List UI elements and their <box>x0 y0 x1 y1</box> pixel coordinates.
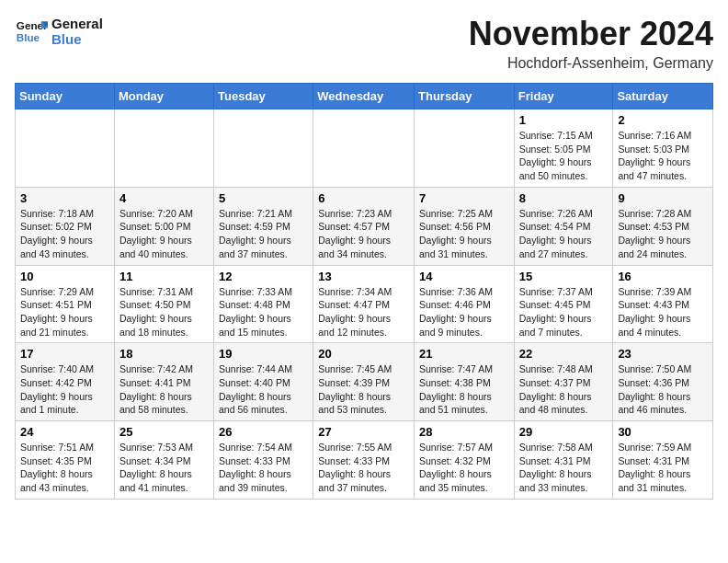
calendar-cell: 24Sunrise: 7:51 AM Sunset: 4:35 PM Dayli… <box>16 421 115 500</box>
day-info: Sunrise: 7:55 AM Sunset: 4:33 PM Dayligh… <box>318 441 409 495</box>
day-number: 11 <box>119 270 209 283</box>
calendar-cell: 20Sunrise: 7:45 AM Sunset: 4:39 PM Dayli… <box>313 343 415 421</box>
svg-text:Blue: Blue <box>17 31 40 43</box>
weekday-header-saturday: Saturday <box>613 84 713 109</box>
day-number: 14 <box>419 270 509 283</box>
calendar-cell: 27Sunrise: 7:55 AM Sunset: 4:33 PM Dayli… <box>313 421 415 500</box>
day-number: 3 <box>20 191 109 205</box>
calendar-cell: 7Sunrise: 7:25 AM Sunset: 4:56 PM Daylig… <box>415 187 515 265</box>
calendar-cell: 30Sunrise: 7:59 AM Sunset: 4:31 PM Dayli… <box>613 421 713 500</box>
calendar-table: SundayMondayTuesdayWednesdayThursdayFrid… <box>15 83 713 500</box>
title-area: November 2024 Hochdorf-Assenheim, German… <box>469 15 713 72</box>
day-number: 10 <box>20 270 109 283</box>
calendar-cell: 13Sunrise: 7:34 AM Sunset: 4:47 PM Dayli… <box>313 265 415 343</box>
calendar-cell: 11Sunrise: 7:31 AM Sunset: 4:50 PM Dayli… <box>114 265 213 343</box>
day-number: 28 <box>419 425 509 439</box>
weekday-header-monday: Monday <box>114 84 213 109</box>
week-row-4: 17Sunrise: 7:40 AM Sunset: 4:42 PM Dayli… <box>16 343 713 421</box>
week-row-2: 3Sunrise: 7:18 AM Sunset: 5:02 PM Daylig… <box>16 187 713 265</box>
day-info: Sunrise: 7:18 AM Sunset: 5:02 PM Dayligh… <box>20 207 109 261</box>
weekday-header-tuesday: Tuesday <box>214 84 313 109</box>
day-number: 30 <box>618 425 708 439</box>
day-number: 26 <box>219 425 308 439</box>
calendar-cell: 10Sunrise: 7:29 AM Sunset: 4:51 PM Dayli… <box>16 265 115 343</box>
day-number: 12 <box>219 270 308 283</box>
day-number: 23 <box>618 347 708 361</box>
month-title: November 2024 <box>469 15 713 53</box>
day-info: Sunrise: 7:53 AM Sunset: 4:34 PM Dayligh… <box>119 441 209 495</box>
logo-blue: Blue <box>51 31 103 47</box>
week-row-1: 1Sunrise: 7:15 AM Sunset: 5:05 PM Daylig… <box>16 109 713 188</box>
day-number: 7 <box>419 191 509 205</box>
day-number: 1 <box>519 113 609 127</box>
day-number: 13 <box>318 270 409 283</box>
weekday-header-friday: Friday <box>514 84 613 109</box>
day-info: Sunrise: 7:34 AM Sunset: 4:47 PM Dayligh… <box>318 285 409 339</box>
calendar-cell: 2Sunrise: 7:16 AM Sunset: 5:03 PM Daylig… <box>613 109 713 188</box>
calendar-cell <box>114 109 213 188</box>
page-header: General Blue General Blue November 2024 … <box>15 15 713 72</box>
calendar-cell: 17Sunrise: 7:40 AM Sunset: 4:42 PM Dayli… <box>16 343 115 421</box>
day-info: Sunrise: 7:58 AM Sunset: 4:31 PM Dayligh… <box>519 441 609 495</box>
weekday-header-sunday: Sunday <box>16 84 115 109</box>
day-info: Sunrise: 7:54 AM Sunset: 4:33 PM Dayligh… <box>219 441 308 495</box>
calendar-cell: 4Sunrise: 7:20 AM Sunset: 5:00 PM Daylig… <box>114 187 213 265</box>
location-title: Hochdorf-Assenheim, Germany <box>469 55 713 72</box>
day-number: 17 <box>20 347 109 361</box>
calendar-cell: 28Sunrise: 7:57 AM Sunset: 4:32 PM Dayli… <box>415 421 515 500</box>
calendar-cell <box>313 109 415 188</box>
weekday-header-thursday: Thursday <box>415 84 515 109</box>
day-info: Sunrise: 7:45 AM Sunset: 4:39 PM Dayligh… <box>318 362 409 417</box>
day-info: Sunrise: 7:40 AM Sunset: 4:42 PM Dayligh… <box>20 362 109 417</box>
day-number: 24 <box>20 425 109 439</box>
calendar-cell: 16Sunrise: 7:39 AM Sunset: 4:43 PM Dayli… <box>613 265 713 343</box>
day-info: Sunrise: 7:20 AM Sunset: 5:00 PM Dayligh… <box>119 207 209 261</box>
day-number: 21 <box>419 347 509 361</box>
calendar-cell: 12Sunrise: 7:33 AM Sunset: 4:48 PM Dayli… <box>214 265 313 343</box>
day-info: Sunrise: 7:57 AM Sunset: 4:32 PM Dayligh… <box>419 441 509 495</box>
calendar-cell: 19Sunrise: 7:44 AM Sunset: 4:40 PM Dayli… <box>214 343 313 421</box>
day-info: Sunrise: 7:47 AM Sunset: 4:38 PM Dayligh… <box>419 362 509 417</box>
calendar-cell: 22Sunrise: 7:48 AM Sunset: 4:37 PM Dayli… <box>514 343 613 421</box>
calendar-cell: 15Sunrise: 7:37 AM Sunset: 4:45 PM Dayli… <box>514 265 613 343</box>
day-number: 2 <box>618 113 708 127</box>
day-info: Sunrise: 7:51 AM Sunset: 4:35 PM Dayligh… <box>20 441 109 495</box>
day-info: Sunrise: 7:21 AM Sunset: 4:59 PM Dayligh… <box>219 207 308 261</box>
day-number: 25 <box>119 425 209 439</box>
day-info: Sunrise: 7:59 AM Sunset: 4:31 PM Dayligh… <box>618 441 708 495</box>
day-info: Sunrise: 7:29 AM Sunset: 4:51 PM Dayligh… <box>20 285 109 339</box>
day-number: 5 <box>219 191 308 205</box>
day-info: Sunrise: 7:37 AM Sunset: 4:45 PM Dayligh… <box>519 285 609 339</box>
week-row-3: 10Sunrise: 7:29 AM Sunset: 4:51 PM Dayli… <box>16 265 713 343</box>
calendar-cell: 9Sunrise: 7:28 AM Sunset: 4:53 PM Daylig… <box>613 187 713 265</box>
calendar-cell: 3Sunrise: 7:18 AM Sunset: 5:02 PM Daylig… <box>16 187 115 265</box>
calendar-cell: 29Sunrise: 7:58 AM Sunset: 4:31 PM Dayli… <box>514 421 613 500</box>
day-info: Sunrise: 7:39 AM Sunset: 4:43 PM Dayligh… <box>618 285 708 339</box>
logo-icon: General Blue <box>15 15 48 48</box>
day-number: 19 <box>219 347 308 361</box>
day-info: Sunrise: 7:31 AM Sunset: 4:50 PM Dayligh… <box>119 285 209 339</box>
logo: General Blue General Blue <box>15 15 103 48</box>
day-info: Sunrise: 7:16 AM Sunset: 5:03 PM Dayligh… <box>618 129 708 183</box>
day-info: Sunrise: 7:48 AM Sunset: 4:37 PM Dayligh… <box>519 362 609 417</box>
day-info: Sunrise: 7:36 AM Sunset: 4:46 PM Dayligh… <box>419 285 509 339</box>
day-number: 20 <box>318 347 409 361</box>
day-info: Sunrise: 7:42 AM Sunset: 4:41 PM Dayligh… <box>119 362 209 417</box>
calendar-cell <box>214 109 313 188</box>
day-number: 29 <box>519 425 609 439</box>
day-number: 8 <box>519 191 609 205</box>
week-row-5: 24Sunrise: 7:51 AM Sunset: 4:35 PM Dayli… <box>16 421 713 500</box>
calendar-cell: 6Sunrise: 7:23 AM Sunset: 4:57 PM Daylig… <box>313 187 415 265</box>
weekday-header-wednesday: Wednesday <box>313 84 415 109</box>
day-info: Sunrise: 7:33 AM Sunset: 4:48 PM Dayligh… <box>219 285 308 339</box>
day-info: Sunrise: 7:25 AM Sunset: 4:56 PM Dayligh… <box>419 207 509 261</box>
day-number: 22 <box>519 347 609 361</box>
day-number: 15 <box>519 270 609 283</box>
calendar-cell <box>415 109 515 188</box>
day-number: 9 <box>618 191 708 205</box>
calendar-cell: 1Sunrise: 7:15 AM Sunset: 5:05 PM Daylig… <box>514 109 613 188</box>
day-number: 4 <box>119 191 209 205</box>
calendar-cell: 26Sunrise: 7:54 AM Sunset: 4:33 PM Dayli… <box>214 421 313 500</box>
calendar-cell <box>16 109 115 188</box>
day-info: Sunrise: 7:28 AM Sunset: 4:53 PM Dayligh… <box>618 207 708 261</box>
